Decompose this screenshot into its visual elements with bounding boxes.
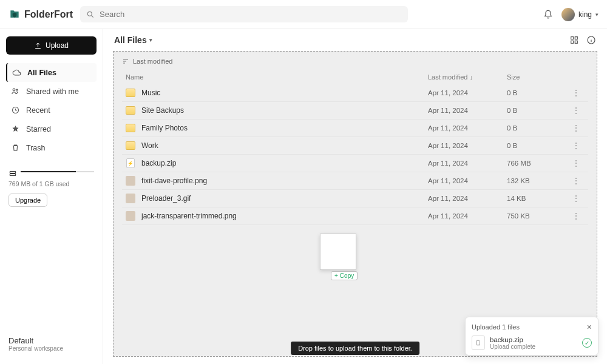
avatar <box>561 8 575 21</box>
copy-badge: +Copy <box>331 271 358 280</box>
toast-status: Upload complete <box>490 343 535 350</box>
more-menu-icon[interactable]: ⋮ <box>568 89 585 97</box>
cloud-icon <box>12 68 21 77</box>
nav-starred[interactable]: Starred <box>6 120 97 138</box>
workspace-selector[interactable]: Default Personal workspace <box>6 331 97 357</box>
file-icon <box>472 335 485 350</box>
file-name: backup.zip <box>141 159 176 167</box>
more-menu-icon[interactable]: ⋮ <box>568 159 585 167</box>
more-menu-icon[interactable]: ⋮ <box>568 106 585 115</box>
file-size: 766 MB <box>507 160 568 167</box>
nav-recent[interactable]: Recent <box>6 101 97 120</box>
bell-icon[interactable] <box>543 10 553 19</box>
storage-bar <box>21 171 94 172</box>
file-name-cell: Family Photos <box>126 123 428 133</box>
more-menu-icon[interactable]: ⋮ <box>568 141 585 150</box>
check-icon: ✓ <box>582 338 592 348</box>
svg-rect-8 <box>575 37 577 39</box>
table-row[interactable]: jack-transparent-trimmed.pngApr 11, 2024… <box>122 207 588 225</box>
header: FolderFort king ▾ <box>0 0 607 29</box>
col-size: Size <box>507 73 568 81</box>
table-row[interactable]: WorkApr 11, 20240 B⋮ <box>122 137 588 155</box>
file-name-cell: ⚡backup.zip <box>126 158 428 168</box>
more-menu-icon[interactable]: ⋮ <box>568 124 585 132</box>
breadcrumb[interactable]: All Files ▾ <box>114 35 152 45</box>
upload-toast: Uploaded 1 files × backup.zip Upload com… <box>465 317 599 356</box>
file-name: Music <box>141 89 160 97</box>
close-icon[interactable]: × <box>587 322 592 332</box>
file-date: Apr 11, 2024 <box>428 107 507 114</box>
file-name-cell: Site Backups <box>126 106 428 115</box>
storage-text: 769 MB of 1 GB used <box>8 180 94 187</box>
file-name: Work <box>141 141 158 150</box>
arrow-down-icon: ↓ <box>470 73 473 81</box>
more-menu-icon[interactable]: ⋮ <box>568 177 585 185</box>
nav-label: All Files <box>27 69 56 77</box>
file-name: Site Backups <box>141 106 184 115</box>
file-name-cell: Work <box>126 141 428 150</box>
svg-rect-6 <box>10 174 15 176</box>
table-row[interactable]: Site BackupsApr 11, 20240 B⋮ <box>122 102 588 120</box>
folder-icon <box>126 89 135 97</box>
file-dropzone[interactable]: Last modified Name Last modified ↓ Size … <box>113 51 597 357</box>
svg-point-3 <box>16 89 18 91</box>
file-date: Apr 11, 2024 <box>428 212 507 220</box>
table-row[interactable]: MusicApr 11, 20240 B⋮ <box>122 84 588 102</box>
nav-trash[interactable]: Trash <box>6 138 97 157</box>
user-menu[interactable]: king ▾ <box>561 8 599 21</box>
search-input[interactable] <box>100 10 402 19</box>
svg-rect-5 <box>10 172 15 174</box>
toast-item: backup.zip Upload complete ✓ <box>472 335 592 350</box>
nav-label: Recent <box>26 106 50 115</box>
info-icon[interactable] <box>586 35 596 45</box>
more-menu-icon[interactable]: ⋮ <box>568 194 585 203</box>
table-row[interactable]: Family PhotosApr 11, 20240 B⋮ <box>122 120 588 137</box>
table-row[interactable]: ⚡backup.zipApr 11, 2024766 MB⋮ <box>122 155 588 172</box>
drop-hint: Drop files to upload them to this folder… <box>291 342 419 355</box>
image-thumb-icon <box>126 176 135 186</box>
image-thumb-icon <box>126 194 135 203</box>
clock-icon <box>11 106 20 115</box>
sort-control[interactable]: Last modified <box>122 58 588 65</box>
upgrade-button[interactable]: Upgrade <box>8 194 47 207</box>
svg-rect-7 <box>571 37 574 39</box>
upload-button[interactable]: Upload <box>6 36 97 55</box>
people-icon <box>11 87 20 96</box>
toast-filename: backup.zip <box>490 336 535 343</box>
breadcrumb-label: All Files <box>114 35 147 45</box>
table-row[interactable]: Preloader_3.gifApr 11, 202414 KB⋮ <box>122 190 588 207</box>
toast-title: Uploaded 1 files <box>472 323 520 331</box>
sort-icon <box>122 58 129 65</box>
search-box[interactable] <box>80 6 408 22</box>
col-modified[interactable]: Last modified ↓ <box>428 73 507 81</box>
storage-meter: 769 MB of 1 GB used Upgrade <box>6 169 97 207</box>
file-name-cell: jack-transparent-trimmed.png <box>126 211 428 221</box>
svg-rect-10 <box>575 41 577 43</box>
nav-label: Trash <box>26 144 46 152</box>
header-actions: king ▾ <box>543 8 599 21</box>
table-row[interactable]: fixit-dave-profile.pngApr 11, 2024132 KB… <box>122 172 588 190</box>
grid-view-icon[interactable] <box>569 35 579 45</box>
svg-line-1 <box>92 15 93 17</box>
folder-icon <box>126 106 135 115</box>
file-name-cell: Preloader_3.gif <box>126 194 428 203</box>
file-name: Family Photos <box>141 124 188 132</box>
folder-icon <box>126 124 135 132</box>
file-name-cell: Music <box>126 88 428 98</box>
file-size: 14 KB <box>507 195 568 202</box>
col-name: Name <box>126 73 428 81</box>
nav-shared[interactable]: Shared with me <box>6 82 97 101</box>
brand-logo: FolderFort <box>8 8 73 21</box>
svg-rect-9 <box>571 41 574 43</box>
file-size: 132 KB <box>507 177 568 184</box>
trash-icon <box>11 143 20 152</box>
table-header: Name Last modified ↓ Size <box>122 70 588 84</box>
svg-point-0 <box>87 12 92 16</box>
search-icon <box>86 10 95 19</box>
folder-icon <box>126 141 135 150</box>
file-size: 0 B <box>507 89 568 96</box>
nav-all-files[interactable]: All Files <box>6 63 97 82</box>
star-icon <box>11 124 20 133</box>
nav-label: Starred <box>26 125 51 133</box>
more-menu-icon[interactable]: ⋮ <box>568 212 585 220</box>
